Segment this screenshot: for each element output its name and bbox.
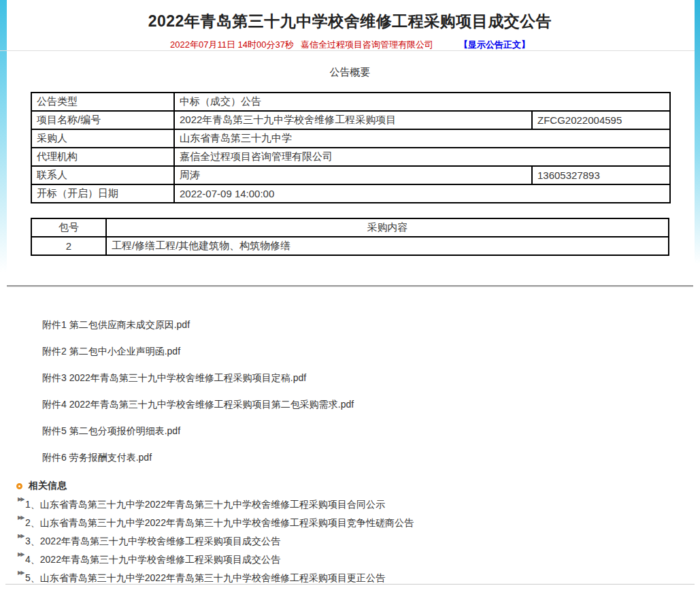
row-label: 联系人 (31, 166, 174, 184)
row-label: 代理机构 (31, 148, 174, 166)
table-row: 代理机构 嘉信全过程项目咨询管理有限公司 (31, 148, 670, 166)
publisher-name: 嘉信全过程项目咨询管理有限公司 (301, 39, 433, 50)
project-code: ZFCG2022004595 (532, 111, 670, 129)
double-chevron-icon: ▶▶ (18, 570, 23, 576)
related-info-section: 相关信息 ▶▶1、山东省青岛第三十九中学2022年青岛第三十九中学校舍维修工程采… (16, 479, 683, 590)
row-value: 2022年青岛第三十九中学校舍维修工程采购项目 (174, 111, 532, 129)
double-chevron-icon: ▶▶ (18, 497, 23, 502)
table-row: 采购人 山东省青岛第三十九中学 (31, 129, 670, 148)
content-header: 采购内容 (106, 218, 669, 237)
row-value: 山东省青岛第三十九中学 (174, 129, 670, 148)
header-divider (0, 50, 695, 51)
related-link-3[interactable]: ▶▶3、2022年青岛第三十九中学校舍维修工程采购项目成交公告 (16, 536, 683, 554)
related-link-2[interactable]: ▶▶2、山东省青岛第三十九中学2022年青岛第三十九中学校舍维修工程采购项目竞争… (16, 517, 683, 536)
table-row: 2 工程/修缮工程/其他建筑物、构筑物修缮 (31, 237, 669, 255)
package-no-header: 包号 (31, 218, 106, 237)
contact-phone: 13605327893 (532, 166, 670, 184)
row-label: 公告类型 (31, 93, 174, 111)
related-link-4[interactable]: ▶▶4、2022年青岛第三十九中学校舍维修工程采购项目成交公告 (16, 554, 683, 572)
table-row: 项目名称/编号 2022年青岛第三十九中学校舍维修工程采购项目 ZFCG2022… (31, 111, 670, 129)
attachment-link-5[interactable]: 附件5 第二包分项报价明细表.pdf (42, 418, 354, 444)
related-info-list: ▶▶1、山东省青岛第三十九中学2022年青岛第三十九中学校舍维修工程采购项目合同… (16, 499, 683, 590)
related-link-5[interactable]: ▶▶5、山东省青岛第三十九中学2022年青岛第三十九中学校舍维修工程采购项目更正… (16, 572, 683, 590)
package-content-cell: 工程/修缮工程/其他建筑物、构筑物修缮 (106, 237, 669, 255)
row-value: 嘉信全过程项目咨询管理有限公司 (174, 148, 670, 166)
attachments-list: 附件1 第二包供应商未成交原因.pdf 附件2 第二包中小企业声明函.pdf 附… (42, 312, 354, 471)
content-divider (7, 285, 693, 287)
attachment-link-4[interactable]: 附件4 2022年青岛第三十九中学校舍维修工程采购项目第二包采购需求.pdf (42, 391, 354, 418)
row-label: 开标（开启）日期 (31, 184, 174, 203)
row-label: 项目名称/编号 (31, 111, 174, 129)
page-title: 2022年青岛第三十九中学校舍维修工程采购项目成交公告 (0, 11, 700, 32)
table-row: 开标（开启）日期 2022-07-09 14:00:00 (31, 184, 670, 203)
table-header-row: 包号 采购内容 (31, 218, 669, 237)
section-heading: 公告概要 (0, 66, 700, 79)
double-chevron-icon: ▶▶ (18, 515, 23, 521)
related-link-1[interactable]: ▶▶1、山东省青岛第三十九中学2022年青岛第三十九中学校舍维修工程采购项目合同… (16, 499, 683, 517)
announcement-header: 2022年青岛第三十九中学校舍维修工程采购项目成交公告 2022年07月11日 … (0, 11, 700, 51)
orange-ring-icon (16, 483, 22, 489)
announcement-page: 2022年青岛第三十九中学校舍维修工程采购项目成交公告 2022年07月11日 … (0, 0, 700, 590)
row-value: 周涛 (174, 166, 532, 184)
announcement-summary-table: 公告类型 中标（成交）公告 项目名称/编号 2022年青岛第三十九中学校舍维修工… (31, 92, 671, 203)
attachment-link-2[interactable]: 附件2 第二包中小企业声明函.pdf (42, 338, 354, 365)
row-value: 2022-07-09 14:00:00 (174, 184, 670, 203)
show-fulltext-link[interactable]: 【显示公告正文】 (459, 39, 530, 50)
row-value: 中标（成交）公告 (174, 93, 670, 111)
publish-datetime: 2022年07月11日 14时00分37秒 (170, 39, 294, 50)
related-info-title: 相关信息 (29, 480, 67, 492)
double-chevron-icon: ▶▶ (18, 534, 23, 539)
bottom-divider (5, 584, 695, 585)
row-label: 采购人 (31, 129, 174, 148)
publish-info-line: 2022年07月11日 14时00分37秒嘉信全过程项目咨询管理有限公司【显示公… (0, 39, 700, 51)
related-info-header: 相关信息 (16, 479, 683, 493)
double-chevron-icon: ▶▶ (18, 552, 23, 557)
package-table: 包号 采购内容 2 工程/修缮工程/其他建筑物、构筑物修缮 (31, 218, 669, 256)
attachment-link-3[interactable]: 附件3 2022年青岛第三十九中学校舍维修工程采购项目定稿.pdf (42, 365, 354, 391)
table-row: 联系人 周涛 13605327893 (31, 166, 670, 184)
attachment-link-1[interactable]: 附件1 第二包供应商未成交原因.pdf (42, 312, 354, 338)
package-no-cell: 2 (31, 237, 106, 255)
attachment-link-6[interactable]: 附件6 劳务报酬支付表.pdf (42, 444, 354, 471)
table-row: 公告类型 中标（成交）公告 (31, 93, 670, 111)
